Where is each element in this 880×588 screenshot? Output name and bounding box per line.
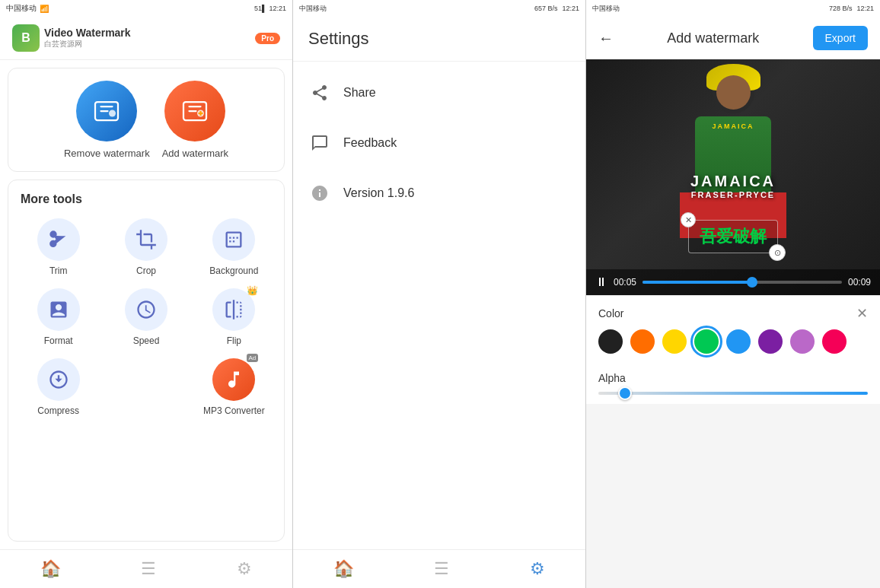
video-controls: ⏸ 00:05 00:09 [586,269,880,295]
speed-icon [125,288,167,331]
carrier-settings: 中国移动 [299,4,327,14]
compress-icon [37,358,80,401]
tools-grid: Trim Crop Background [21,218,272,416]
main-tools-container: Remove watermark Add watermark [8,68,285,172]
speed-settings: 657 B/s [534,5,558,12]
jamaica-overlay: JAMAICA FRASER-PRYCE [690,173,776,199]
menu-nav-left[interactable]: ☰ [141,559,156,579]
time-left: 12:21 [269,5,286,12]
version-item: Version 1.9.6 [293,168,585,218]
color-black[interactable] [598,329,623,354]
progress-bar[interactable] [642,281,842,284]
close-color-panel-button[interactable]: ✕ [856,305,868,322]
status-right-watermark: 728 B/s 12:21 [829,5,874,12]
status-right-left: 51▌ 12:21 [254,5,286,12]
crop-icon [125,218,167,261]
version-icon [308,182,331,205]
compress-label: Compress [37,405,79,416]
svg-point-1 [109,110,116,117]
color-pink[interactable] [822,329,847,354]
ad-badge: Ad [247,354,259,362]
remove-watermark-label: Remove watermark [64,148,150,159]
pause-button[interactable]: ⏸ [595,275,607,289]
pro-badge[interactable]: Pro [255,33,280,44]
app-title: Video Watermark [44,27,131,39]
flip-button[interactable]: 👑 Flip [196,288,272,346]
background-icon [212,218,255,261]
trim-icon [37,218,80,261]
color-panel-header: Color ✕ [598,305,868,322]
color-purple-light[interactable] [790,329,815,354]
face [716,75,751,110]
more-tools-section: More tools Trim Crop [8,180,285,542]
jamaica-text: JAMAICA [690,173,776,190]
color-green[interactable] [694,329,719,354]
compress-button[interactable]: Compress [21,358,96,416]
watermark-container: 吾爱破解 ✕ ⊙ [688,220,778,253]
watermark-display: 吾爱破解 [700,227,767,246]
app-subtitle: 白芸资源网 [44,39,131,49]
color-panel-label: Color [598,307,623,319]
watermark-box[interactable]: 吾爱破解 ✕ ⊙ [688,220,778,253]
back-button[interactable]: ← [598,30,614,47]
menu-nav-settings[interactable]: ☰ [434,559,449,579]
share-label: Share [343,86,376,100]
flip-icon: 👑 [212,288,255,331]
watermark-panel: 中国移动 728 B/s 12:21 ← Add watermark Expor… [586,0,880,588]
share-item[interactable]: Share [293,68,585,118]
athlete-background: JAMAICA JAMAICA FRASER-PRYCE 吾爱破解 ✕ [586,59,880,295]
background-button[interactable]: Background [196,218,272,276]
fraser-text: FRASER-PRYCE [690,190,776,199]
home-nav-left[interactable]: 🏠 [40,559,61,579]
settings-list: Share Feedback Version 1.9.6 [293,62,585,549]
color-purple-dark[interactable] [758,329,783,354]
format-label: Format [44,335,73,346]
head [713,72,754,113]
app-logo: B Video Watermark 白芸资源网 [12,24,131,52]
add-watermark-button[interactable]: Add watermark [162,81,228,159]
crown-icon: 👑 [247,285,258,296]
feedback-label: Feedback [343,136,397,150]
resize-handle[interactable]: ⊙ [769,244,786,261]
speed-watermark: 728 B/s [829,5,853,12]
mp3-button[interactable]: Ad MP3 Converter [196,358,272,416]
watermark-header: ← Add watermark Export [586,17,880,59]
more-tools-title: More tools [21,192,272,206]
feedback-item[interactable]: Feedback [293,118,585,168]
remove-watermark-icon [76,81,137,141]
time-watermark: 12:21 [856,5,874,12]
format-button[interactable]: Format [21,288,96,346]
jersey-text: JAMAICA [712,122,754,130]
alpha-thumb[interactable] [618,386,632,400]
mp3-icon: Ad [212,358,255,401]
time-settings: 12:21 [562,5,579,12]
app-title-group: Video Watermark 白芸资源网 [44,27,131,49]
color-orange[interactable] [630,329,655,354]
progress-row: ⏸ 00:05 00:09 [595,275,871,289]
video-preview: JAMAICA JAMAICA FRASER-PRYCE 吾爱破解 ✕ [586,59,880,295]
export-button[interactable]: Export [813,26,868,50]
logo-letter: B [21,31,30,45]
home-nav-settings[interactable]: 🏠 [333,559,354,579]
bottom-nav-settings: 🏠 ☰ ⚙ [293,549,585,588]
mp3-label: MP3 Converter [203,405,265,416]
status-bar-settings: 中国移动 657 B/s 12:21 [293,0,585,17]
app-header: B Video Watermark 白芸资源网 Pro [0,17,292,60]
feedback-icon [308,132,331,154]
color-yellow[interactable] [662,329,687,354]
crop-label: Crop [136,265,156,276]
share-icon [308,81,331,104]
add-watermark-label: Add watermark [162,148,228,159]
speed-label: Speed [133,335,160,346]
alpha-slider[interactable] [598,392,868,395]
speed-button[interactable]: Speed [108,288,183,346]
status-right-settings: 657 B/s 12:21 [534,5,579,12]
trim-button[interactable]: Trim [21,218,96,276]
settings-nav-settings[interactable]: ⚙ [530,559,545,579]
settings-nav-left[interactable]: ⚙ [237,559,252,579]
bottom-nav-left: 🏠 ☰ ⚙ [0,549,292,588]
crop-button[interactable]: Crop [108,218,183,276]
remove-watermark-button[interactable]: Remove watermark [64,81,150,159]
close-watermark-button[interactable]: ✕ [681,212,696,227]
color-blue[interactable] [726,329,751,354]
